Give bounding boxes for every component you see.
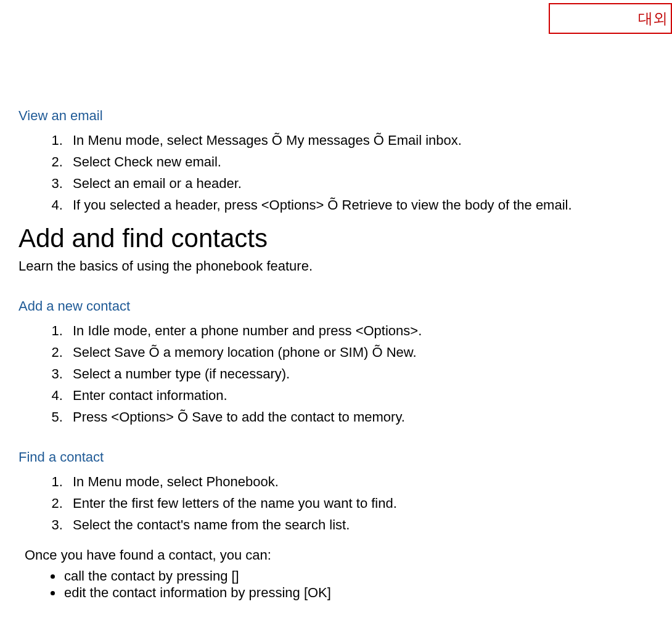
find-contact-heading: Find a contact	[18, 449, 617, 465]
view-email-steps: In Menu mode, select Messages Õ My messa…	[18, 130, 617, 215]
list-item: Enter the first few letters of the name …	[67, 493, 617, 513]
list-item: Select Save Õ a memory location (phone o…	[67, 342, 617, 362]
list-item: Select Check new email.	[67, 152, 617, 172]
stamp-text: 대외	[638, 9, 668, 28]
main-intro: Learn the basics of using the phonebook …	[18, 257, 617, 276]
add-contact-steps: In Idle mode, enter a phone number and p…	[18, 320, 617, 427]
main-heading: Add and find contacts	[18, 224, 617, 253]
list-item: Enter contact information.	[67, 385, 617, 406]
list-item: Select the contact's name from the searc…	[67, 515, 617, 535]
after-found-intro: Once you have found a contact, you can:	[25, 546, 617, 565]
list-item: edit the contact information by pressing…	[63, 584, 617, 601]
list-item: Select a number type (if necessary).	[67, 364, 617, 384]
list-item: call the contact by pressing []	[63, 568, 617, 585]
confidential-stamp: 대외	[549, 3, 672, 34]
list-item: In Menu mode, select Phonebook.	[67, 471, 617, 492]
document-content: View an email In Menu mode, select Messa…	[0, 0, 672, 601]
after-found-bullets: call the contact by pressing [] edit the…	[18, 568, 617, 601]
list-item: In Menu mode, select Messages Õ My messa…	[67, 130, 617, 150]
list-item: Press <Options> Õ Save to add the contac…	[67, 407, 617, 427]
list-item: If you selected a header, press <Options…	[67, 195, 617, 215]
list-item: Select an email or a header.	[67, 173, 617, 194]
list-item: In Idle mode, enter a phone number and p…	[67, 320, 617, 341]
add-contact-heading: Add a new contact	[18, 298, 617, 314]
find-contact-steps: In Menu mode, select Phonebook. Enter th…	[18, 471, 617, 535]
view-email-heading: View an email	[18, 108, 617, 124]
